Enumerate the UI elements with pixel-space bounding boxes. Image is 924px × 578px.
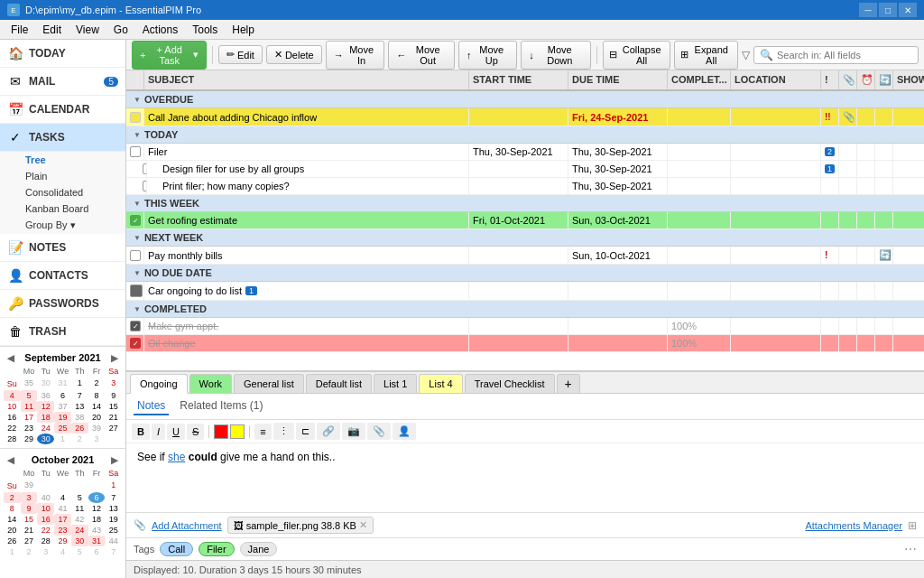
th-showcal[interactable]: SHOW IN CALEN... [893,70,924,89]
cal-day-today[interactable]: 30 [37,434,54,444]
move-in-button[interactable]: → Move In [326,41,385,70]
cal-day[interactable]: 16 [4,412,21,423]
cal-day[interactable] [54,480,71,492]
minimize-button[interactable]: ─ [859,3,877,17]
th-starttime[interactable]: START TIME [469,70,568,89]
cal-day[interactable]: 30 [71,536,88,546]
tab-ongoing[interactable]: Ongoing [130,374,188,394]
cal-day[interactable]: 9 [21,503,38,514]
menu-view[interactable]: View [69,22,106,38]
cal-day[interactable]: 23 [54,525,71,536]
th-attach[interactable]: 📎 [839,70,857,89]
tab-list4[interactable]: List 4 [419,374,462,393]
tab-list1[interactable]: List 1 [374,374,417,393]
notes-tab-notes[interactable]: Notes [134,397,169,415]
table-row[interactable]: Call Jane about adding Chicago inflow Fr… [126,108,924,126]
cal-day[interactable]: 1 [54,434,71,444]
move-up-button[interactable]: ↑ Move Up [458,41,517,70]
task-checkbox[interactable]: ✓ [130,215,141,226]
cal-day[interactable]: 27 [21,536,38,546]
menu-tools[interactable]: Tools [185,22,225,38]
cal-day[interactable]: 15 [105,401,122,412]
menu-go[interactable]: Go [106,22,135,38]
cal-day[interactable]: 13 [105,503,122,514]
cal-day[interactable]: 5 [21,390,38,401]
cal-day[interactable]: 1 [71,378,88,390]
add-task-button[interactable]: + + Add Task ▾ [132,41,207,70]
table-row[interactable]: ✓ Make gym appt. 100% No [126,318,924,335]
cal-day[interactable]: 13 [71,401,88,412]
cal-day[interactable]: 31 [88,536,106,546]
tags-more-button[interactable]: ⋯ [904,542,917,556]
submenu-tree[interactable]: Tree [0,152,125,168]
attachment-filename[interactable]: sample_filer.png [246,520,319,531]
cal-day[interactable]: 30 [37,378,54,390]
close-button[interactable]: ✕ [899,3,917,17]
table-row[interactable]: Print filer; how many copies? Thu, 30-Se… [126,178,924,195]
edit-button[interactable]: ✏ Edit [218,45,263,64]
move-down-button[interactable]: ↓ Move Down [521,41,591,70]
cal-day[interactable]: 2 [71,434,88,444]
cal-day[interactable]: 8 [4,503,21,514]
section-completed[interactable]: ▼ COMPLETED [126,301,924,318]
table-row[interactable]: Pay monthly bills Sun, 10-Oct-2021 ! 🔄 N… [126,247,924,265]
th-subject[interactable]: SUBJECT [144,70,469,89]
cal-day[interactable]: 6 [88,546,106,557]
mini-cal-oct-next[interactable]: ▶ [111,455,118,465]
cal-day[interactable] [71,480,88,492]
maximize-button[interactable]: □ [879,3,897,17]
cal-day[interactable]: 18 [37,412,54,423]
cal-day[interactable]: 2 [4,492,21,503]
mini-cal-oct-prev[interactable]: ◀ [7,455,14,465]
cal-day[interactable]: 4 [4,390,21,401]
cal-day[interactable]: 21 [105,412,122,423]
cal-day[interactable]: 27 [105,423,122,434]
section-noduedate[interactable]: ▼ NO DUE DATE [126,265,924,282]
cal-day[interactable]: 3 [88,434,106,444]
cal-day[interactable]: 7 [71,390,88,401]
table-row[interactable]: ✓ Oil change 100% No [126,335,924,352]
mini-cal-sep-prev[interactable]: ◀ [7,353,14,363]
font-color-picker[interactable] [214,424,228,439]
cal-day[interactable]: 25 [105,525,122,536]
attachments-manager-link[interactable]: Attachments Manager [805,520,902,531]
sidebar-item-trash[interactable]: 🗑 TRASH [0,318,125,346]
cal-day[interactable]: 16 [37,514,54,525]
submenu-consolidated[interactable]: Consolidated [0,184,125,200]
sidebar-item-notes[interactable]: 📝 NOTES [0,234,125,262]
cal-day[interactable]: 26 [4,536,21,546]
table-row[interactable]: Design filer for use by all groups Thu, … [126,161,924,178]
cal-day[interactable]: 7 [105,492,122,503]
tab-work[interactable]: Work [189,374,232,393]
sidebar-item-tasks[interactable]: ✓ TASKS [0,124,125,152]
cal-day[interactable]: 15 [21,514,38,525]
submenu-plain[interactable]: Plain [0,168,125,184]
cal-day[interactable]: 28 [4,434,21,444]
cal-day[interactable]: 28 [37,536,54,546]
notes-she-link[interactable]: she [168,451,185,463]
format-link-button[interactable]: 🔗 [317,423,340,440]
cal-day[interactable]: 26 [71,423,88,434]
cal-day[interactable]: 8 [88,390,106,401]
menu-help[interactable]: Help [225,22,262,38]
cal-day[interactable]: 4 [54,546,71,557]
sidebar-item-calendar[interactable]: 📅 CALENDAR [0,96,125,124]
cal-day[interactable] [88,480,106,492]
cal-day[interactable]: 3 [105,378,122,390]
cal-day[interactable]: 21 [21,525,38,536]
menu-actions[interactable]: Actions [135,22,185,38]
tab-defaultlist[interactable]: Default list [306,374,372,393]
cal-day[interactable]: 1 [4,546,21,557]
th-duetime[interactable]: DUE TIME [568,70,668,89]
section-overdue[interactable]: ▼ OVERDUE [126,91,924,108]
sidebar-item-mail[interactable]: ✉ MAIL 5 [0,68,125,96]
notes-tab-related[interactable]: Related Items (1) [176,397,266,415]
table-row[interactable]: Filer Thu, 30-Sep-2021 Thu, 30-Sep-2021 … [126,144,924,161]
format-strikethrough-button[interactable]: S [187,424,204,440]
format-underline-button[interactable]: U [167,424,185,440]
tag-jane[interactable]: Jane [240,542,278,556]
cal-day[interactable]: 24 [71,525,88,536]
tag-filer[interactable]: Filer [199,542,234,556]
menu-edit[interactable]: Edit [35,22,69,38]
format-bold-button[interactable]: B [132,424,150,440]
